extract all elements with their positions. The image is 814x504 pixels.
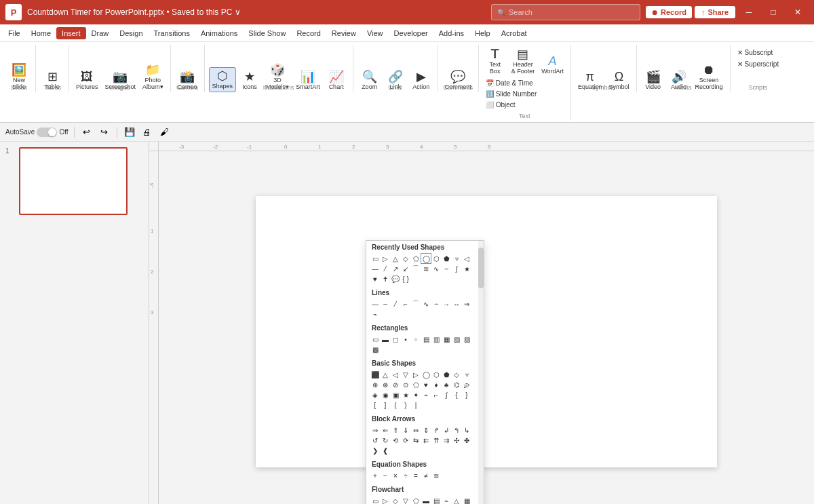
flow-6[interactable]: ▬ [421, 496, 431, 504]
basic-2[interactable]: △ [381, 370, 390, 379]
menu-review[interactable]: Review [326, 27, 362, 39]
eq-plus[interactable]: + [370, 471, 380, 480]
arrow-notched[interactable]: ✤ [462, 435, 471, 445]
basic-13[interactable]: ⊘ [391, 380, 400, 389]
menu-file[interactable]: File [3, 27, 26, 39]
menu-insert[interactable]: Insert [56, 27, 86, 39]
toolbar-btn-redo[interactable]: ↪ [98, 125, 111, 139]
line-connector[interactable]: ⌁ [370, 309, 380, 319]
basic-27[interactable]: ⌐ [431, 390, 441, 400]
shape-curve1[interactable]: ↗ [391, 264, 400, 273]
basic-17[interactable]: ♦ [431, 380, 441, 389]
basic-18[interactable]: ♣ [442, 380, 451, 389]
menu-animations[interactable]: Animations [195, 27, 243, 39]
eq-notequal[interactable]: ≠ [421, 471, 431, 480]
arrow-chevron2[interactable]: ❰ [381, 446, 390, 455]
maximize-button[interactable]: □ [762, 0, 784, 24]
shape-connector[interactable]: ⌣ [442, 264, 451, 273]
basic-26[interactable]: ⌁ [421, 390, 431, 400]
ribbon-btn-textbox[interactable]: T TextBox [483, 45, 507, 77]
shape-star[interactable]: ★ [462, 264, 471, 273]
rect-1[interactable]: ▭ [370, 334, 380, 344]
line-curve[interactable]: ⌒ [411, 299, 421, 309]
shape-hexagon[interactable]: ⬡ [431, 254, 441, 263]
close-button[interactable]: ✕ [787, 0, 809, 24]
basic-3[interactable]: ◁ [391, 370, 400, 379]
basic-14[interactable]: ⊙ [401, 380, 410, 389]
basic-35[interactable]: | [411, 400, 421, 410]
flow-3[interactable]: ◇ [391, 496, 400, 504]
toolbar-btn-print[interactable]: 🖨 [140, 125, 154, 139]
shapes-scrollbar[interactable] [478, 241, 484, 504]
eq-times[interactable]: × [391, 471, 400, 480]
eq-div[interactable]: ÷ [401, 471, 410, 480]
search-bar[interactable]: 🔍 Search [491, 4, 640, 20]
rect-7[interactable]: ▥ [431, 334, 441, 344]
basic-34[interactable]: ) [401, 400, 410, 410]
ribbon-btn-datetime[interactable]: 📅 Date & Time [483, 78, 540, 88]
share-button[interactable]: Share [695, 6, 735, 18]
rect-9[interactable]: ▧ [452, 334, 461, 344]
menu-home[interactable]: Home [26, 27, 56, 39]
ribbon-btn-superscript[interactable]: ✕ Superscript [735, 59, 782, 69]
shape-freeform[interactable]: ∿ [431, 264, 441, 273]
ribbon-btn-subscript[interactable]: ✕ Subscript [735, 47, 782, 58]
flow-8[interactable]: ⌁ [442, 496, 451, 504]
flow-9[interactable]: △ [452, 496, 461, 504]
shape-cross[interactable]: ✝ [381, 274, 390, 284]
arrow-chevron[interactable]: ❯ [370, 446, 380, 455]
line-dash[interactable]: ╌ [381, 299, 390, 309]
shape-triangle[interactable]: △ [391, 254, 400, 263]
rect-4[interactable]: ▪ [401, 334, 410, 344]
basic-20[interactable]: ⌮ [462, 380, 471, 389]
ribbon-btn-header-footer[interactable]: ▤ Header& Footer [509, 46, 538, 77]
shape-diamond[interactable]: ◇ [401, 254, 410, 263]
toolbar-btn-format-painter[interactable]: 🖌 [158, 125, 172, 139]
shape-line[interactable]: — [370, 264, 380, 273]
shape-arc[interactable]: ⌒ [411, 264, 421, 273]
basic-8[interactable]: ⬟ [442, 370, 451, 379]
arrow-striped4[interactable]: ⇉ [442, 435, 451, 445]
eq-minus[interactable]: − [381, 471, 390, 480]
line-arrow2[interactable]: ↔ [452, 299, 461, 309]
menu-acrobat[interactable]: Acrobat [496, 27, 532, 39]
autosave-switch[interactable] [37, 128, 57, 137]
menu-help[interactable]: Help [469, 27, 496, 39]
basic-5[interactable]: ▷ [411, 370, 421, 379]
arrow-right-block[interactable]: ⇒ [370, 425, 380, 435]
arrow-ud-block[interactable]: ⇕ [421, 425, 431, 435]
arrow-bend3[interactable]: ⟲ [391, 435, 400, 445]
basic-32[interactable]: ] [381, 400, 390, 410]
line-straight[interactable]: — [370, 299, 380, 309]
menu-design[interactable]: Design [114, 27, 148, 39]
basic-33[interactable]: ( [391, 400, 400, 410]
basic-4[interactable]: ▽ [401, 370, 410, 379]
rect-3[interactable]: ◻ [391, 334, 400, 344]
arrow-striped2[interactable]: ⇇ [421, 435, 431, 445]
shape-wave[interactable]: ≋ [421, 264, 431, 273]
shape-elbow[interactable]: ∫ [452, 264, 461, 273]
shape-arrow-right[interactable]: ▷ [381, 254, 390, 263]
eq-equals[interactable]: = [411, 471, 421, 480]
shape-arrow-left[interactable]: ◁ [462, 254, 471, 263]
shape-pentagon[interactable]: ⬠ [411, 254, 421, 263]
arrow-bend4[interactable]: ⟳ [401, 435, 410, 445]
shape-down-triangle[interactable]: ▿ [452, 254, 461, 263]
scroll-thumb[interactable] [478, 248, 484, 288]
shape-brace[interactable]: { } [401, 274, 410, 284]
basic-28[interactable]: ∫ [442, 390, 451, 400]
flow-4[interactable]: ▽ [401, 496, 410, 504]
flow-5[interactable]: ⬠ [411, 496, 421, 504]
line-scribble[interactable]: ⌢ [431, 299, 441, 309]
arrow-4way[interactable]: ✣ [452, 435, 461, 445]
line-elbow[interactable]: ⌐ [401, 299, 410, 309]
basic-21[interactable]: ◈ [370, 390, 380, 400]
basic-11[interactable]: ⊕ [370, 380, 380, 389]
record-title-button[interactable]: Record [646, 6, 692, 18]
basic-24[interactable]: ★ [401, 390, 410, 400]
ribbon-btn-object[interactable]: ⬜ Object [483, 100, 540, 110]
rect-10[interactable]: ▨ [462, 334, 471, 344]
toolbar-btn-undo[interactable]: ↩ [80, 125, 94, 139]
rect-8[interactable]: ▦ [442, 334, 451, 344]
arrow-ur[interactable]: ↳ [462, 425, 471, 435]
